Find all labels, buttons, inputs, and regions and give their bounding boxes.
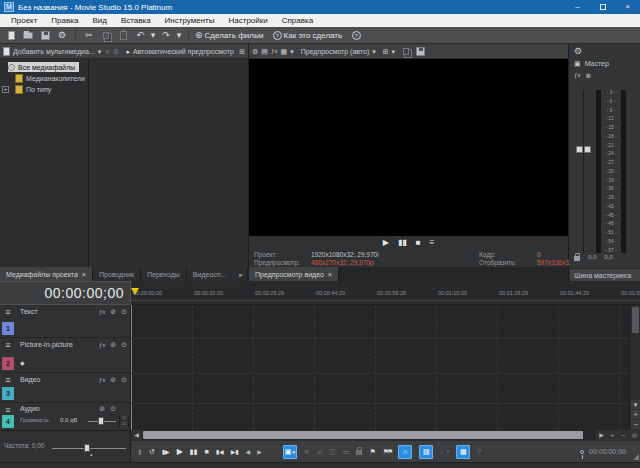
add-media-dropdown[interactable]: ▾ [98, 48, 102, 55]
trim-start-button[interactable]: ▱ [317, 448, 322, 455]
menu-tools[interactable]: Инструменты [158, 14, 222, 27]
volume-slider-handle[interactable] [98, 417, 104, 425]
solo-icon[interactable]: ⊙ [121, 376, 127, 384]
interactive-tutorial-button[interactable]: ? [477, 448, 481, 455]
maximize-button[interactable] [590, 0, 615, 14]
stop-button[interactable]: ■ [205, 448, 209, 455]
redo-dropdown[interactable]: ▾ [176, 28, 182, 42]
edit-tool-button[interactable]: ▣ ▾ [283, 445, 297, 459]
time-display[interactable]: 00:00:00;00 [0, 281, 131, 305]
track-header-pip[interactable]: ≡ 2 Picture-in-picture ƒx ⊘ ⊙ ◆ [0, 338, 130, 373]
properties-button[interactable]: ⚙ [55, 28, 69, 42]
preview-stop-button[interactable]: ■ [416, 239, 421, 247]
zoom-out-vertical-button[interactable]: − [631, 420, 640, 429]
menu-help[interactable]: Справка [275, 14, 320, 27]
lock-icon[interactable] [574, 256, 580, 261]
mixing-console-title[interactable]: Шина мастеринга [570, 268, 640, 281]
undo-dropdown[interactable]: ▾ [150, 28, 156, 42]
master-fader-handles[interactable] [576, 146, 591, 153]
master-plugin-icon[interactable]: ⊛ [586, 72, 592, 79]
tab-close-icon[interactable]: × [328, 271, 332, 278]
scroll-down-icon[interactable]: ▾ [631, 400, 640, 409]
media-properties-button[interactable]: ⚙ [113, 48, 119, 55]
auto-crossfade-button[interactable]: ▩ [456, 445, 470, 459]
solo-icon[interactable]: ⊙ [121, 341, 127, 349]
preview-play-button[interactable]: ▶ [383, 239, 389, 247]
track-header-audio[interactable]: ≡ 4 Аудио ⊘ ⊙ Громкость: 0,0 дБ 12 24 [0, 403, 130, 430]
auto-preview-icon[interactable]: ▸ [126, 48, 130, 55]
track-header-text[interactable]: ≡ 1 Текст ƒx ⊘ ⊙ [0, 305, 130, 338]
minimize-button[interactable]: – [565, 0, 590, 14]
event-tool-button[interactable]: ▭ [343, 448, 350, 455]
close-button[interactable]: × [615, 0, 640, 14]
tab-scroll-right[interactable]: ▸ [235, 267, 248, 281]
add-media-button[interactable]: Добавить мультимедиа... [13, 48, 95, 55]
horizontal-scrollbar-handle[interactable] [143, 431, 583, 439]
media-file-list[interactable] [90, 59, 248, 267]
track-name[interactable]: Picture-in-picture [20, 341, 73, 348]
tab-project-media[interactable]: Медиафайлы проекта × [0, 267, 93, 281]
menu-insert[interactable]: Вставка [114, 14, 158, 27]
titlebar[interactable]: M Без названия - Movie Studio 15.0 Plati… [0, 0, 640, 14]
solo-icon[interactable]: ⊙ [110, 405, 116, 413]
mute-icon[interactable]: ⊘ [110, 341, 116, 349]
overlays-dropdown[interactable]: ▾ [392, 48, 396, 55]
track-header-video[interactable]: ≡ 3 Видео ƒx ⊘ ⊙ [0, 373, 130, 403]
timeline-ruler[interactable]: 00:00:00:00 00:00:15:00 00:00:29:29 00:0… [131, 281, 640, 305]
track-name[interactable]: Аудио [20, 405, 40, 412]
make-movie-button[interactable]: ⊛ Сделать фильм [195, 28, 264, 42]
copy-frame-icon[interactable] [403, 48, 409, 55]
vertical-scrollbar-handle[interactable] [632, 307, 639, 333]
capture-icon[interactable]: ▦ [281, 48, 288, 55]
track-motion-keyframe-icon[interactable]: ◆ [20, 359, 25, 366]
zoom-in-vertical-button[interactable]: + [631, 410, 640, 419]
track-name[interactable]: Видео [20, 376, 40, 383]
tree-item-by-type[interactable]: + По типу [2, 84, 51, 94]
lock-envelopes-button[interactable] [356, 450, 362, 455]
mute-icon[interactable]: ⊘ [99, 405, 105, 413]
mute-icon[interactable]: ⊘ [110, 376, 116, 384]
auto-ripple-dropdown[interactable]: ▾ [447, 449, 450, 454]
new-project-button[interactable] [4, 28, 18, 42]
tab-video-fx[interactable]: Видеосп... [187, 267, 235, 281]
track-menu-icon[interactable]: ≡ [2, 374, 14, 386]
go-to-start-button[interactable]: ▮◀ [216, 449, 224, 455]
play-button[interactable]: ▶ [177, 448, 183, 456]
resize-grip[interactable] [633, 454, 639, 460]
track-menu-icon[interactable]: ≡ [2, 339, 14, 351]
tree-item-media-bins[interactable]: Медианакопители [15, 73, 85, 83]
views-grid-icon[interactable]: ⊞ [239, 48, 245, 55]
how-to-button[interactable]: ? Как это сделать [273, 28, 343, 42]
zoom-in-button[interactable]: + [607, 430, 618, 440]
snapping-button[interactable]: ∩ [398, 445, 412, 459]
master-fx-icon[interactable]: ƒx [574, 72, 581, 79]
solo-icon[interactable]: ⊙ [121, 308, 127, 316]
tab-close-icon[interactable]: × [82, 271, 86, 278]
previous-frame-button[interactable]: ◀ [246, 449, 251, 455]
scroll-right-button[interactable]: ▶ [596, 430, 607, 440]
auto-preview-button[interactable]: Автоматический предпросмотр [133, 48, 234, 55]
track-name[interactable]: Текст [20, 308, 38, 315]
track-fx-icon[interactable]: ƒx [99, 341, 106, 349]
tree-item-all-media[interactable]: Все медиафайлы [8, 62, 79, 72]
horizontal-scrollbar[interactable]: ◀ ▶ + − ◎ [131, 430, 640, 440]
undo-button[interactable]: ↶ [133, 28, 147, 42]
go-to-end-button[interactable]: ▶▮ [231, 449, 239, 455]
zoom-out-button[interactable]: − [618, 430, 629, 440]
fader-handle-right[interactable] [584, 146, 591, 153]
video-display[interactable] [249, 59, 568, 236]
preview-settings-gear-icon[interactable]: ⚙ [252, 48, 258, 55]
mute-icon[interactable]: ⊘ [110, 308, 116, 316]
insert-region-button[interactable]: ⚑⚑ [383, 448, 392, 455]
capture-dropdown[interactable]: ▾ [290, 48, 294, 55]
external-monitor-icon[interactable]: ▤ [261, 48, 268, 55]
record-button[interactable]: ▮ [138, 448, 142, 455]
auto-ripple-button[interactable]: ↕ [440, 448, 444, 455]
zoom-tool-button[interactable]: ◎ [629, 430, 640, 440]
menu-view[interactable]: Вид [85, 14, 113, 27]
mixer-settings-gear-icon[interactable]: ⚙ [574, 46, 582, 56]
preview-options-button[interactable]: ≡ [430, 239, 435, 247]
fader-handle-left[interactable] [576, 146, 583, 153]
redo-button[interactable]: ↷ [159, 28, 173, 42]
menu-project[interactable]: Проект [4, 14, 44, 27]
